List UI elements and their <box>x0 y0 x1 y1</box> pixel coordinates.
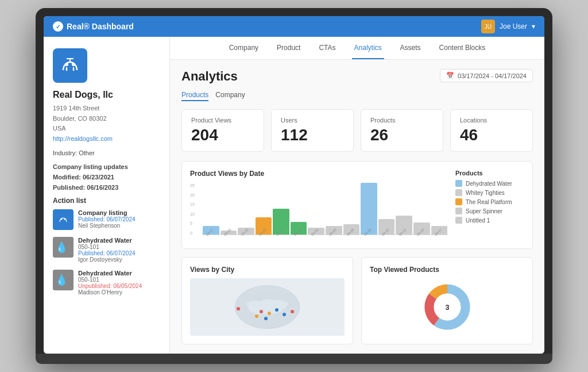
stat-value-users: 112 <box>281 126 344 144</box>
views-by-city-title: Views by City <box>190 266 345 274</box>
user-menu[interactable]: JU Joe User ▾ <box>481 20 535 33</box>
legend-items: Dehydrated Water Whitey Tighties The Rea… <box>455 180 524 224</box>
top-bar: ✓ Real® Dashboard JU Joe User ▾ <box>44 16 544 37</box>
stat-card-products: Products 26 <box>361 109 443 152</box>
map-dot <box>268 312 271 315</box>
legend-color <box>455 198 462 205</box>
bar-labels: 03-1703-2003-2203-2503-2703-2904-0104-03… <box>203 237 447 240</box>
action-item-info-product-2: Dehydrated Water 050-101 Unpublished: 06… <box>78 270 160 296</box>
address-line2: Boulder, CO 80302 <box>53 115 107 122</box>
page-content: Analytics 📅 03/17/2024 - 04/17/2024 Prod… <box>170 60 544 354</box>
listing-updates-title: Company listing updates <box>53 163 160 170</box>
stat-value-locations: 46 <box>460 126 523 144</box>
bar-chart-inner <box>203 183 447 235</box>
legend-color <box>455 180 462 187</box>
sub-tabs: Products Company <box>181 91 533 101</box>
map-dot <box>275 308 278 312</box>
bar-chart-title: Product Views by Date <box>190 170 447 178</box>
legend-color <box>455 189 462 196</box>
action-item-company[interactable]: Company listing Published: 06/07/2024 Ne… <box>53 209 160 230</box>
action-item-product-1[interactable]: 💧 Dehydrated Water 050-101 Published: 06… <box>53 237 160 263</box>
svg-point-2 <box>72 63 75 66</box>
svg-rect-0 <box>59 54 82 77</box>
action-item-thumb-company <box>53 209 74 230</box>
donut-chart: 3 <box>421 281 473 333</box>
company-website[interactable]: http://realdogsllc.com <box>53 135 113 142</box>
svg-text:💧: 💧 <box>55 274 68 286</box>
company-address: 1919 14th Street Boulder, CO 80302 USA h… <box>53 103 160 144</box>
sidebar: Real Dogs, llc 1919 14th Street Boulder,… <box>44 37 170 354</box>
page-title: Analytics <box>181 69 238 84</box>
svg-point-4 <box>64 218 66 220</box>
action-item-user-2: Madison O'Henry <box>78 289 160 296</box>
address-line3: USA <box>53 125 66 132</box>
action-item-name-1: Dehydrated Water <box>78 237 160 244</box>
user-label: Joe User <box>500 22 527 30</box>
legend-label: Dehydrated Water <box>466 181 512 187</box>
map-dot <box>291 310 294 313</box>
action-item-user-0: Neil Stephenson <box>78 223 160 229</box>
action-item-thumb-product-1: 💧 <box>53 237 74 258</box>
page-header: Analytics 📅 03/17/2024 - 04/17/2024 <box>181 69 533 84</box>
calendar-icon: 📅 <box>446 72 454 79</box>
nav-content-blocks[interactable]: Content Blocks <box>437 37 488 59</box>
stat-card-locations: Locations 46 <box>450 109 533 152</box>
top-viewed-card: Top Viewed Products <box>361 257 533 344</box>
app-logo: ✓ Real® Dashboard <box>53 21 134 32</box>
secondary-nav: Company Product CTAs Analytics Assets Co… <box>170 37 544 60</box>
svg-point-1 <box>65 63 68 66</box>
nav-product[interactable]: Product <box>274 37 303 59</box>
action-item-thumb-product-2: 💧 <box>53 270 74 290</box>
chart-legend: Products Dehydrated Water Whitey Tightie… <box>455 170 524 240</box>
check-icon: ✓ <box>53 21 63 32</box>
stat-card-users: Users 112 <box>271 109 354 152</box>
action-item-id-1: 050-101 <box>78 244 160 250</box>
action-list-title: Action list <box>53 197 160 205</box>
legend-item: Super Spinner <box>455 208 524 214</box>
action-item-product-2[interactable]: 💧 Dehydrated Water 050-101 Unpublished: … <box>53 270 160 296</box>
address-line1: 1919 14th Street <box>53 105 99 112</box>
action-item-status-2: Unpublished: 06/05/2024 <box>78 283 160 289</box>
map-area <box>190 278 345 336</box>
date-range-picker[interactable]: 📅 03/17/2024 - 04/17/2024 <box>440 69 533 82</box>
nav-assets[interactable]: Assets <box>398 37 423 59</box>
legend-color <box>455 217 462 224</box>
stat-value-views: 204 <box>191 126 254 144</box>
user-dropdown-icon: ▾ <box>532 22 535 30</box>
action-item-status-1: Published: 06/07/2024 <box>78 250 160 256</box>
stat-label-views: Product Views <box>191 117 254 124</box>
legend-label: Super Spinner <box>466 208 502 214</box>
map-dot <box>260 310 263 313</box>
legend-item: Untitled 1 <box>455 217 524 224</box>
sub-tab-company[interactable]: Company <box>215 91 245 101</box>
main-layout: Real Dogs, llc 1919 14th Street Boulder,… <box>44 37 544 354</box>
nav-ctas[interactable]: CTAs <box>316 37 338 59</box>
views-by-city-card: Views by City <box>181 257 353 344</box>
date-range-value: 03/17/2024 - 04/17/2024 <box>458 72 527 79</box>
donut-area: 3 <box>370 278 524 336</box>
legend-item: Whitey Tighties <box>455 189 524 196</box>
company-logo <box>53 48 87 83</box>
nav-company[interactable]: Company <box>227 37 261 59</box>
legend-title: Products <box>455 170 524 177</box>
legend-color <box>455 208 462 214</box>
y-label-25: 25 <box>190 183 200 187</box>
user-avatar: JU <box>481 20 495 33</box>
modified-date: Modified: 06/23/2021 <box>53 174 160 181</box>
app-title: Real® Dashboard <box>67 22 134 31</box>
bar-chart-area: Product Views by Date 0 5 10 15 20 25 <box>190 170 447 240</box>
bottom-row: Views by City Top Viewed Products <box>181 257 533 344</box>
top-viewed-title: Top Viewed Products <box>370 266 524 274</box>
y-label-10: 10 <box>190 212 200 216</box>
laptop-screen: ✓ Real® Dashboard JU Joe User ▾ <box>44 16 544 354</box>
nav-analytics[interactable]: Analytics <box>352 37 384 59</box>
y-label-5: 5 <box>190 221 200 225</box>
stat-label-users: Users <box>281 117 344 124</box>
stat-label-locations: Locations <box>460 117 523 124</box>
sub-tab-products[interactable]: Products <box>181 91 208 101</box>
map-dot <box>237 307 240 310</box>
industry-label: Industry: Other <box>53 149 160 156</box>
legend-label: Whitey Tighties <box>466 190 505 196</box>
action-item-id-2: 050-101 <box>78 277 160 283</box>
action-item-name-2: Dehydrated Water <box>78 270 160 277</box>
